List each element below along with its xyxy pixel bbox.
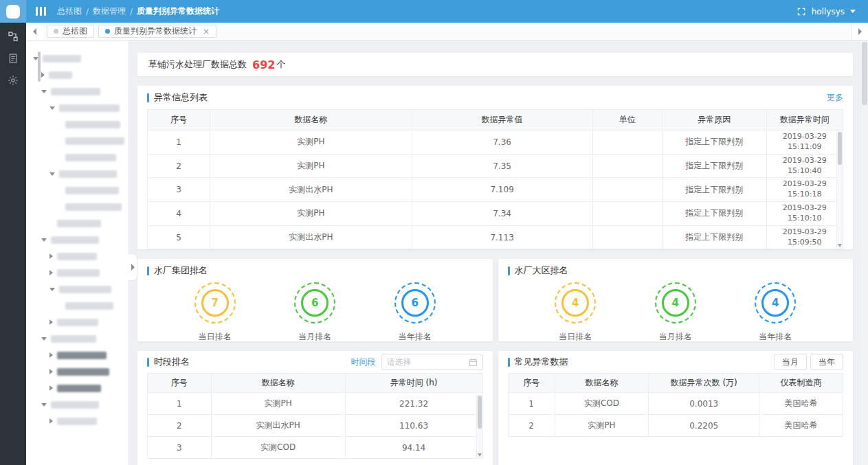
ranking-ring-icon: 6: [294, 282, 335, 324]
table-row[interactable]: 1实测PH221.32: [148, 393, 483, 415]
caret-right-icon[interactable]: [49, 418, 53, 424]
breadcrumb-item[interactable]: 数据管理: [93, 5, 126, 17]
tree-node[interactable]: [26, 50, 129, 67]
redacted-node-label: [57, 319, 98, 326]
caret-down-icon[interactable]: [49, 172, 55, 176]
window-scrollbar[interactable]: [861, 41, 868, 465]
tree-node[interactable]: [26, 413, 129, 429]
table-row[interactable]: 3实测出水PH7.109指定上下限判别2019-03-29 15:10:18: [148, 178, 843, 202]
tab-scroll-right[interactable]: [852, 23, 868, 40]
tree-node[interactable]: [26, 281, 129, 297]
breadcrumb-current: 质量判别异常数据统计: [137, 5, 219, 17]
redacted-node-label: [65, 121, 120, 128]
caret-right-icon[interactable]: [49, 253, 53, 259]
tree-node[interactable]: [26, 363, 129, 380]
scrollbar-thumb[interactable]: [838, 132, 842, 165]
redacted-node-label: [59, 170, 117, 178]
scrollbar-down-icon[interactable]: [838, 244, 842, 247]
tree-node[interactable]: [26, 396, 129, 413]
left-icon-rail: [0, 23, 26, 465]
tree-node[interactable]: [26, 182, 129, 199]
table-cell: 2019-03-29 15:10:18: [766, 178, 843, 202]
period-ranking-header: 时段排名 时间段: [137, 351, 493, 373]
exception-table-scrollbar[interactable]: [836, 131, 843, 249]
tree-node[interactable]: [26, 248, 129, 264]
scrollbar-down-icon[interactable]: [478, 453, 482, 457]
redacted-node-label: [65, 203, 122, 211]
table-row[interactable]: 3实测COD94.14: [148, 437, 483, 459]
caret-right-icon[interactable]: [41, 72, 45, 78]
workflow-icon[interactable]: [8, 31, 19, 42]
redacted-node-label: [51, 335, 96, 343]
tab-close-icon[interactable]: ×: [203, 27, 210, 36]
topbar: 总括图 / 数据管理 / 质量判别异常数据统计 hollysys: [0, 0, 868, 23]
tab-overview[interactable]: 总括图: [47, 25, 94, 38]
table-row[interactable]: 1实测PH7.36指定上下限判别2019-03-29 15:11:09: [148, 131, 843, 155]
table-row[interactable]: 5实测出水PH7.113指定上下限判别2019-03-29 15:09:50: [148, 225, 843, 249]
tree-node[interactable]: [26, 347, 129, 363]
year-button[interactable]: 当年: [810, 354, 843, 370]
table-cell: [592, 178, 662, 202]
calendar-icon[interactable]: [469, 358, 478, 367]
tree-node[interactable]: [26, 100, 129, 116]
breadcrumb-item[interactable]: 总括图: [57, 5, 82, 17]
caret-down-icon[interactable]: [41, 403, 47, 407]
caret-right-icon[interactable]: [49, 319, 53, 325]
tab-scroll-left[interactable]: [26, 23, 43, 40]
table-row[interactable]: 2实测PH7.35指定上下限判别2019-03-29 15:10:40: [148, 154, 843, 178]
tree-node[interactable]: [26, 149, 129, 166]
tree-node[interactable]: [26, 330, 129, 347]
fullscreen-icon[interactable]: [797, 7, 806, 16]
tree-node[interactable]: [26, 314, 129, 330]
tree-node[interactable]: [26, 297, 129, 314]
date-range-input[interactable]: [387, 357, 466, 367]
more-link[interactable]: 更多: [827, 92, 843, 104]
table-header-row: 序号数据名称数据异常值单位异常原因数据异常时间: [148, 110, 843, 131]
table-cell: 实测PH: [555, 415, 649, 437]
gear-icon[interactable]: [8, 75, 19, 86]
tree-node[interactable]: [26, 166, 129, 182]
tree-scrollbar-thumb[interactable]: [38, 52, 41, 82]
caret-right-icon[interactable]: [49, 352, 53, 358]
window-scrollbar-thumb[interactable]: [862, 42, 867, 105]
caret-right-icon[interactable]: [49, 369, 53, 374]
caret-down-icon[interactable]: [41, 238, 47, 242]
date-range-picker[interactable]: [381, 354, 483, 370]
caret-down-icon[interactable]: [49, 288, 55, 291]
tree-node[interactable]: [26, 231, 129, 248]
month-button[interactable]: 当月: [774, 354, 807, 370]
tree-node[interactable]: [26, 133, 129, 149]
tree-node[interactable]: [26, 67, 129, 83]
tab-quality-exception-stats[interactable]: 质量判别异常数据统计 ×: [98, 25, 216, 38]
user-menu-caret-icon[interactable]: [850, 10, 856, 13]
redacted-node-label: [57, 253, 97, 260]
caret-down-icon[interactable]: [41, 337, 47, 341]
tree-node[interactable]: [26, 264, 129, 281]
group-ranking-header: 水厂集团排名: [137, 259, 493, 282]
tree-node[interactable]: [26, 116, 129, 133]
caret-down-icon[interactable]: [41, 90, 47, 93]
document-icon[interactable]: [8, 53, 19, 64]
exception-list-card: 异常信息列表 更多 序号数据名称数据异常值单位异常原因数据异常时间1实测PH7.…: [137, 86, 853, 249]
ranking-value: 4: [662, 289, 689, 317]
table-row[interactable]: 2实测出水PH110.63: [148, 415, 483, 437]
caret-right-icon[interactable]: [49, 270, 53, 275]
tree-node[interactable]: [26, 199, 129, 215]
table-row[interactable]: 2实测PH0.2205美国哈希: [508, 415, 843, 437]
scrollbar-thumb[interactable]: [478, 396, 482, 429]
redacted-node-label: [49, 71, 72, 79]
caret-right-icon[interactable]: [49, 385, 53, 391]
region-ranking-title: 水厂大区排名: [515, 264, 568, 277]
tree-collapse-handle[interactable]: [129, 253, 137, 281]
table-row[interactable]: 4实测PH7.34指定上下限判别2019-03-29 15:10:10: [148, 202, 843, 226]
table-row[interactable]: 1实测COD0.0013美国哈希: [508, 393, 843, 415]
caret-down-icon[interactable]: [49, 106, 55, 110]
period-table-scrollbar[interactable]: [476, 394, 482, 458]
app-logo[interactable]: [0, 0, 26, 23]
tab-scroll-right-icon: [858, 28, 862, 35]
tree-node[interactable]: [26, 380, 129, 396]
tree-node[interactable]: [26, 215, 129, 231]
username[interactable]: hollysys: [812, 7, 845, 16]
tree-node[interactable]: [26, 83, 129, 100]
menu-columns-icon[interactable]: [36, 7, 46, 16]
